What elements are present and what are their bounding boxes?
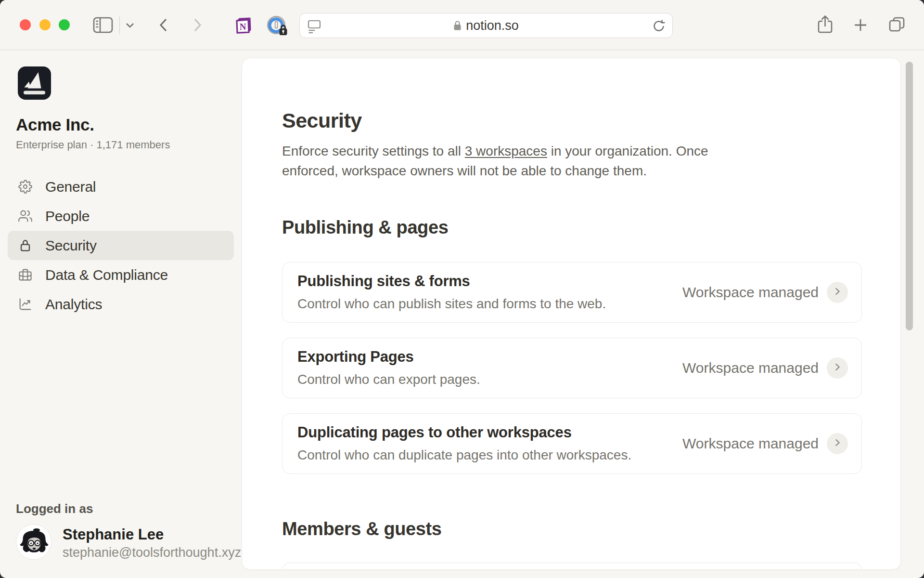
url-text: notion.so <box>466 18 519 33</box>
sidebar-toggle-button[interactable] <box>93 17 113 33</box>
sidebar-item-label: People <box>45 208 90 224</box>
settings-nav: General People Security <box>8 172 234 319</box>
sidebar-item-people[interactable]: People <box>8 201 234 231</box>
status-label: Workspace managed <box>682 360 819 376</box>
sidebar-item-label: Analytics <box>45 296 102 313</box>
safari-window: N <box>0 0 924 578</box>
user-name: Stephanie Lee <box>63 526 164 543</box>
people-icon <box>18 209 32 223</box>
section-heading-publishing: Publishing & pages <box>282 217 448 238</box>
logged-in-as-label: Logged in as <box>16 501 93 516</box>
sidebar-item-security[interactable]: Security <box>8 231 234 260</box>
workspace-logo <box>18 66 51 100</box>
setting-card-duplicating-pages[interactable]: Duplicating pages to other workspaces Co… <box>282 413 862 474</box>
section-heading-members: Members & guests <box>282 518 441 539</box>
new-tab-button[interactable] <box>853 18 868 32</box>
browser-toolbar: N <box>0 0 924 50</box>
minimize-window-button[interactable] <box>39 19 51 30</box>
briefcase-icon <box>18 268 32 282</box>
workspace-name: Acme Inc. <box>16 115 94 135</box>
sidebar-item-general[interactable]: General <box>8 172 234 201</box>
open-setting-button[interactable] <box>827 357 848 379</box>
card-description: Control who can export pages. <box>297 371 480 388</box>
sidebar-item-label: General <box>45 179 96 195</box>
toolbar-divider <box>119 16 120 34</box>
lock-icon <box>453 20 462 31</box>
setting-card-publishing-sites[interactable]: Publishing sites & forms Control who can… <box>282 262 862 323</box>
back-icon <box>157 17 170 33</box>
card-title: Duplicating pages to other workspaces <box>297 423 572 442</box>
chevron-right-icon <box>832 286 843 299</box>
settings-page: Security Enforce security settings to al… <box>242 58 901 570</box>
reload-button[interactable] <box>652 19 666 33</box>
status-label: Workspace managed <box>682 284 819 301</box>
notion-favicon: N <box>233 16 252 36</box>
setting-card-exporting-pages[interactable]: Exporting Pages Control who can export p… <box>282 338 862 398</box>
sailboat-icon <box>18 93 51 101</box>
zoom-window-button[interactable] <box>59 19 70 30</box>
new-tab-icon <box>853 18 868 32</box>
chevron-right-icon <box>832 437 843 450</box>
card-title: Publishing sites & forms <box>297 272 470 290</box>
chart-icon <box>18 297 32 311</box>
share-icon <box>817 15 834 35</box>
sidebar-item-data-compliance[interactable]: Data & Compliance <box>8 260 234 289</box>
card-description: Control who can duplicate pages into oth… <box>297 447 631 464</box>
tab-group-menu-button[interactable] <box>125 22 135 28</box>
setting-card-partial[interactable] <box>282 563 862 570</box>
close-window-button[interactable] <box>20 19 31 30</box>
page-title: Security <box>282 109 362 132</box>
forward-icon <box>191 17 204 33</box>
sidebar-item-analytics[interactable]: Analytics <box>8 289 234 319</box>
status-label: Workspace managed <box>682 435 819 452</box>
tab-overview-icon <box>888 16 906 34</box>
chevron-right-icon <box>832 362 843 374</box>
svg-text:N: N <box>240 22 246 32</box>
user-portrait-avatar <box>16 553 51 560</box>
notion-favicon-button[interactable]: N <box>233 16 252 36</box>
lock-icon <box>18 238 32 252</box>
card-description: Control who can publish sites and forms … <box>297 295 606 313</box>
password-manager-button[interactable] <box>266 15 288 37</box>
page-scrollbar-thumb[interactable] <box>906 62 913 330</box>
open-setting-button[interactable] <box>827 433 848 454</box>
page-settings-icon[interactable] <box>307 19 321 34</box>
workspaces-link[interactable]: 3 workspaces <box>465 144 547 158</box>
forward-button[interactable] <box>191 17 204 33</box>
page-intro: Enforce security settings to all 3 works… <box>282 141 773 181</box>
intro-text-before: Enforce security settings to all <box>282 144 465 158</box>
chevron-down-icon <box>125 22 135 28</box>
gear-icon <box>18 180 32 194</box>
user-email: stephanie@toolsforthought.xyz <box>63 545 241 560</box>
share-button[interactable] <box>817 15 834 35</box>
address-bar[interactable]: notion.so <box>299 13 673 38</box>
avatar <box>16 524 51 560</box>
sidebar-toggle-icon <box>93 17 113 33</box>
password-manager-icon <box>266 15 288 37</box>
card-title: Exporting Pages <box>297 348 414 366</box>
sidebar-item-label: Data & Compliance <box>45 267 168 283</box>
workspace-meta: Enterprise plan · 1,171 members <box>16 138 170 152</box>
tab-overview-button[interactable] <box>888 16 906 34</box>
open-setting-button[interactable] <box>827 282 848 303</box>
sidebar-item-label: Security <box>45 237 97 254</box>
back-button[interactable] <box>157 17 170 33</box>
